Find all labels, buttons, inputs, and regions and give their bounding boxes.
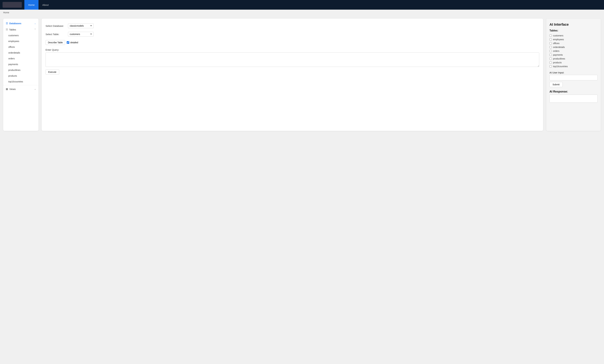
- ai-user-input[interactable]: [550, 75, 598, 80]
- describe-table-button[interactable]: Describe Table: [46, 40, 65, 45]
- execute-button[interactable]: Execute: [46, 69, 59, 75]
- sidebar-item-offices[interactable]: offices: [3, 44, 38, 50]
- ai-table-checkbox-employees[interactable]: [550, 38, 552, 41]
- ai-table-checkbox-productlines[interactable]: [550, 58, 552, 60]
- ai-table-checkbox-customers[interactable]: [550, 35, 552, 37]
- ai-table-checkbox-products[interactable]: [550, 62, 552, 64]
- sidebar-views-label: Views: [9, 88, 33, 90]
- sidebar-item-orders[interactable]: orders: [3, 56, 38, 62]
- select-table-row: Select Table: customers: [46, 32, 539, 37]
- sidebar-item-products[interactable]: products: [3, 73, 38, 79]
- describe-table-row: Describe Table detailed: [46, 40, 539, 45]
- ai-table-item-customers: customers: [550, 34, 598, 38]
- detailed-checkbox[interactable]: [67, 41, 69, 44]
- ai-tables-heading: Tables:: [550, 29, 598, 32]
- databases-chevron-icon: ⌄: [34, 22, 36, 25]
- sidebar-item-payments[interactable]: payments: [3, 62, 38, 67]
- ai-table-item-orderdetails: orderdetails: [550, 45, 598, 49]
- sidebar-item-productlines[interactable]: productlines: [3, 67, 38, 73]
- ai-table-name-top10countries: top10countries: [553, 65, 568, 68]
- ai-table-list: customersemployeesofficesorderdetailsord…: [550, 34, 598, 68]
- ai-panel: AI Interface Tables: customersemployeeso…: [546, 19, 601, 131]
- sidebar-views-header[interactable]: ▦ Views ⌄: [3, 86, 38, 92]
- tables-chevron-icon: ⌃: [34, 28, 36, 31]
- sidebar: ☰ Databases ⌄ ☷ Tables ⌃ customersemploy…: [3, 19, 38, 131]
- ai-table-checkbox-top10countries[interactable]: [550, 65, 552, 67]
- ai-table-item-top10countries: top10countries: [550, 64, 598, 68]
- detailed-label-text: detailed: [70, 41, 78, 44]
- detailed-checkbox-label[interactable]: detailed: [67, 41, 78, 44]
- nav-item-about[interactable]: About: [38, 0, 52, 10]
- ai-table-item-orders: orders: [550, 49, 598, 53]
- ai-response-title: AI Response:: [550, 90, 598, 93]
- sidebar-item-customers[interactable]: customers: [3, 33, 38, 38]
- sidebar-table-list: customersemployeesofficesorderdetailsord…: [3, 33, 38, 85]
- ai-table-item-employees: employees: [550, 38, 598, 41]
- breadcrumb-text: Home: [3, 11, 9, 14]
- ai-table-checkbox-orderdetails[interactable]: [550, 46, 552, 48]
- ai-table-name-orders: orders: [553, 50, 559, 52]
- ai-table-item-offices: offices: [550, 41, 598, 45]
- ai-table-name-products: products: [553, 61, 562, 64]
- breadcrumb: Home: [0, 10, 604, 15]
- tables-icon: ☷: [6, 28, 8, 31]
- sidebar-item-top10countries[interactable]: top10countries: [3, 79, 38, 85]
- ai-table-item-payments: payments: [550, 53, 598, 57]
- ai-table-checkbox-offices[interactable]: [550, 42, 552, 44]
- ai-table-name-payments: payments: [553, 53, 563, 56]
- top-nav: Home About: [0, 0, 604, 10]
- databases-icon: ☰: [6, 22, 8, 25]
- ai-table-name-orderdetails: orderdetails: [553, 46, 565, 49]
- ai-table-checkbox-payments[interactable]: [550, 54, 552, 56]
- ai-table-checkbox-orders[interactable]: [550, 50, 552, 52]
- nav-logo: [2, 2, 22, 8]
- ai-table-name-offices: offices: [553, 42, 559, 45]
- ai-table-name-customers: customers: [553, 34, 564, 37]
- sidebar-databases-header[interactable]: ☰ Databases ⌄: [3, 20, 38, 26]
- nav-item-home[interactable]: Home: [24, 0, 38, 10]
- ai-user-input-label: AI User Input:: [550, 71, 598, 74]
- select-database-label: Select Database:: [46, 25, 66, 27]
- sidebar-tables-label: Tables: [9, 28, 33, 31]
- query-textarea[interactable]: [46, 52, 539, 67]
- sidebar-databases-label: Databases: [9, 22, 33, 25]
- enter-query-section: Enter Query: Execute: [46, 49, 539, 75]
- main-panel: Select Database: classicmodels Select Ta…: [42, 19, 543, 131]
- sidebar-item-orderdetails[interactable]: orderdetails: [3, 50, 38, 56]
- main-container: ☰ Databases ⌄ ☷ Tables ⌃ customersemploy…: [0, 15, 604, 134]
- query-label: Enter Query:: [46, 49, 539, 51]
- ai-table-item-productlines: productlines: [550, 57, 598, 61]
- ai-table-item-products: products: [550, 61, 598, 64]
- views-chevron-icon: ⌄: [34, 88, 36, 90]
- ai-submit-button[interactable]: Submit: [550, 82, 563, 87]
- table-select[interactable]: customers: [68, 32, 94, 37]
- content-area: Select Database: classicmodels Select Ta…: [42, 19, 601, 131]
- database-select[interactable]: classicmodels: [68, 24, 94, 28]
- select-database-row: Select Database: classicmodels: [46, 24, 539, 28]
- ai-interface-title: AI Interface: [550, 23, 598, 27]
- sidebar-item-employees[interactable]: employees: [3, 38, 38, 44]
- ai-response-box: [550, 95, 598, 103]
- sidebar-tables-header[interactable]: ☷ Tables ⌃: [3, 26, 38, 33]
- select-table-label: Select Table:: [46, 33, 66, 36]
- ai-table-name-employees: employees: [553, 38, 564, 41]
- views-icon: ▦: [6, 88, 8, 90]
- ai-table-name-productlines: productlines: [553, 57, 565, 60]
